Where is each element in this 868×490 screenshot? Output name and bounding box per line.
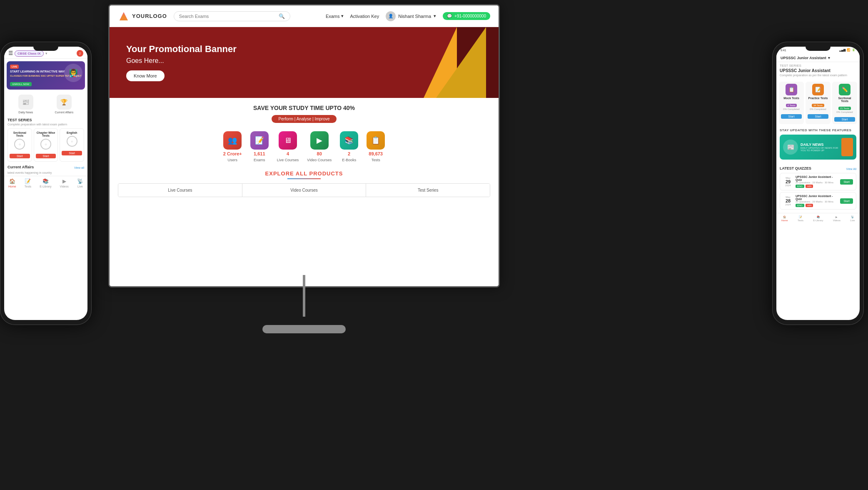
view-all-link[interactable]: View all	[74, 166, 84, 169]
videos-label: Videos	[60, 185, 69, 188]
right-phone: 9:41 ▂▄▆ 📶 🔋 UPSSSC Junior Assistant ▾ T…	[772, 42, 868, 333]
sectional-tests-card[interactable]: Sectional Tests ○ Start	[7, 128, 32, 162]
svg-marker-1	[120, 14, 128, 20]
tests-icon: 📝	[25, 178, 31, 184]
start-quiz-btn-1[interactable]: Start	[840, 198, 853, 204]
mock-tests-start-btn[interactable]: Start	[781, 114, 802, 119]
stat-video-courses: ▶ 80 Video Courses	[307, 131, 332, 162]
practice-tests-completion: 0% Completed	[808, 108, 828, 110]
products-underline	[287, 178, 321, 179]
tab-video-courses[interactable]: Video Courses	[242, 184, 367, 197]
stats-section: SAVE YOUR STUDY TIME UPTO 40% Perform | …	[110, 98, 499, 165]
user-menu[interactable]: 👤 Nishant Sharma ▾	[386, 11, 436, 21]
latest-quizzes-section: LATEST QUIZZES View All May 29 2024 UPSS…	[776, 165, 860, 213]
search-input[interactable]	[179, 14, 276, 19]
logo-area: YOURLOGO	[118, 10, 167, 22]
daily-news-card[interactable]: 📰 DAILY NEWS DAILY UPDATES OF NEWS FOR Y…	[780, 135, 856, 160]
monitor: YOURLOGO 🔍 Exams ▾ Activation Key 👤 Nish…	[108, 4, 500, 350]
start-quiz-btn-0[interactable]: Start	[840, 179, 853, 185]
orange-decoration	[841, 138, 853, 156]
quiz-item-0[interactable]: May 29 2024 UPSSSC Junior Assistant - Qu…	[780, 173, 856, 190]
english-start-btn[interactable]: Start	[62, 151, 82, 155]
quizzes-header: LATEST QUIZZES View All	[780, 166, 856, 171]
users-label: Users	[228, 158, 238, 162]
right-ts-title: UPSSSC Junior Assistant	[780, 68, 856, 73]
chapter-start-btn[interactable]: Start	[36, 154, 56, 158]
view-all-quizzes-link[interactable]: View All	[846, 168, 856, 170]
right-nav-live[interactable]: 📡 Live	[850, 215, 855, 222]
phone-button[interactable]: 💬 +91-0000000000	[443, 12, 490, 20]
test-types-row: Sectional Tests ○ Start Chapter Wise Tes…	[7, 128, 84, 162]
quiz-day-0: 29	[786, 179, 791, 184]
notification-badge[interactable]: 2	[77, 50, 83, 57]
right-exam-dropdown[interactable]: UPSSSC Junior Assistant ▾	[781, 56, 856, 60]
home-icon: 🏠	[9, 178, 15, 184]
tab-live-courses[interactable]: Live Courses	[118, 184, 242, 197]
bottom-nav-videos[interactable]: ▶ Videos	[60, 178, 69, 188]
right-ts-label: TEST SERIES	[780, 64, 856, 68]
quiz-year-0: 2024	[785, 184, 791, 187]
bottom-nav-live[interactable]: 📡 Live	[77, 178, 83, 188]
eng-badge-1: ENG	[796, 204, 804, 207]
right-nav-videos[interactable]: ▶ Videos	[833, 215, 841, 222]
sectional-tests-start-btn[interactable]: Start	[834, 117, 855, 122]
logo-icon	[118, 10, 130, 22]
current-affairs-icon-item[interactable]: 🏆 Current Affairs	[55, 95, 74, 114]
tab-test-series[interactable]: Test Series	[366, 184, 490, 197]
user-chevron-icon: ▾	[434, 13, 436, 19]
live-courses-stat-icon: 🖥	[279, 131, 297, 150]
bottom-nav-tests[interactable]: 📝 Tests	[25, 178, 31, 188]
practice-tests-badge: 34 Tests	[812, 104, 824, 107]
daily-news-card-sub: DAILY UPDATES OF NEWS FOR YOU TO POWER U…	[801, 147, 839, 152]
quiz-meta-0: 20 Questions · 20 Marks · 30 Mins	[796, 181, 838, 184]
video-courses-label: Video Courses	[307, 158, 332, 162]
left-app-banner: LIVE START LEARNING IN INTRACTIVE WAY CL…	[7, 61, 85, 90]
right-nav-tests[interactable]: 📝 Tests	[798, 215, 803, 222]
practice-tests-icon: 📝	[812, 84, 824, 95]
test-cards-row: 📋 Mock Tests 4 Tests 0% Completed Start …	[776, 80, 860, 126]
exams-nav-link[interactable]: Exams ▾	[326, 13, 344, 19]
chapter-wise-card[interactable]: Chapter Wise Tests ○ Start	[34, 128, 58, 162]
ebooks-stat-icon: 📚	[340, 131, 358, 150]
sectional-start-btn[interactable]: Start	[10, 154, 30, 158]
quizzes-title: LATEST QUIZZES	[780, 166, 811, 170]
status-time: 9:41	[781, 49, 786, 52]
products-title: EXPLORE ALL PRODUCTS	[118, 170, 490, 177]
mock-tests-card[interactable]: 📋 Mock Tests 4 Tests 0% Completed Start	[779, 82, 804, 124]
daily-news-icon-item[interactable]: 📰 Daily News	[18, 95, 33, 114]
perform-badge: Perform | Analyse | Improve	[272, 115, 336, 123]
mock-tests-completion: 0% Completed	[781, 108, 802, 110]
banner-content: Your Promotional Banner Goes Here... Kno…	[126, 44, 237, 81]
phone-notch	[33, 47, 58, 51]
practice-tests-card[interactable]: 📝 Practice Tests 34 Tests 0% Completed S…	[806, 82, 831, 124]
stay-updated-section: STAY UPDATED WITH THESE FEATURES 📰 DAILY…	[776, 126, 860, 165]
mock-tests-icon: 📋	[786, 84, 797, 95]
hamburger-icon[interactable]: ☰	[8, 50, 13, 56]
know-more-button[interactable]: Know More	[126, 70, 165, 81]
english-card[interactable]: English ○ Start	[60, 128, 84, 162]
stats-row: 👥 2 Crore+ Users 📝 1,611 Exams 🖥 4	[118, 131, 490, 162]
activation-key-link[interactable]: Activation Key	[350, 14, 379, 19]
sectional-circle: ○	[14, 139, 25, 150]
bottom-nav-home[interactable]: 🏠 Home	[8, 178, 16, 188]
right-tests-icon: 📝	[799, 215, 802, 218]
live-courses-label: Live Courses	[277, 158, 299, 162]
tests-label: Tests	[372, 158, 380, 162]
quiz-item-1[interactable]: May 28 2024 UPSSSC Junior Assistant - Qu…	[780, 192, 856, 210]
practice-tests-start-btn[interactable]: Start	[808, 114, 828, 119]
live-icon: 📡	[77, 178, 83, 184]
enroll-button[interactable]: ENROLL NOW	[10, 82, 32, 86]
search-bar[interactable]: 🔍	[174, 11, 290, 21]
test-series-title: TEST SERIES	[7, 118, 84, 122]
sectional-tests-name: Sectional Tests	[10, 131, 30, 137]
sectional-tests-card-right[interactable]: ✏️ Sectional Tests 21 Tests 0% Completed…	[832, 82, 857, 124]
right-phone-frame: 9:41 ▂▄▆ 📶 🔋 UPSSSC Junior Assistant ▾ T…	[772, 42, 864, 325]
monitor-stand	[303, 275, 305, 317]
right-nav-home[interactable]: 🏠 Home	[781, 215, 788, 222]
app-class-badge[interactable]: CBSE Class IX	[15, 50, 44, 57]
test-series-section: TEST SERIES Complete preparation with la…	[4, 116, 87, 163]
stat-exams: 📝 1,611 Exams	[250, 131, 269, 162]
bottom-nav-elibrary[interactable]: 📚 E-Library	[40, 178, 51, 188]
right-nav-elibrary[interactable]: 📚 E-Library	[813, 215, 823, 222]
exams-stat-icon: 📝	[250, 131, 269, 150]
